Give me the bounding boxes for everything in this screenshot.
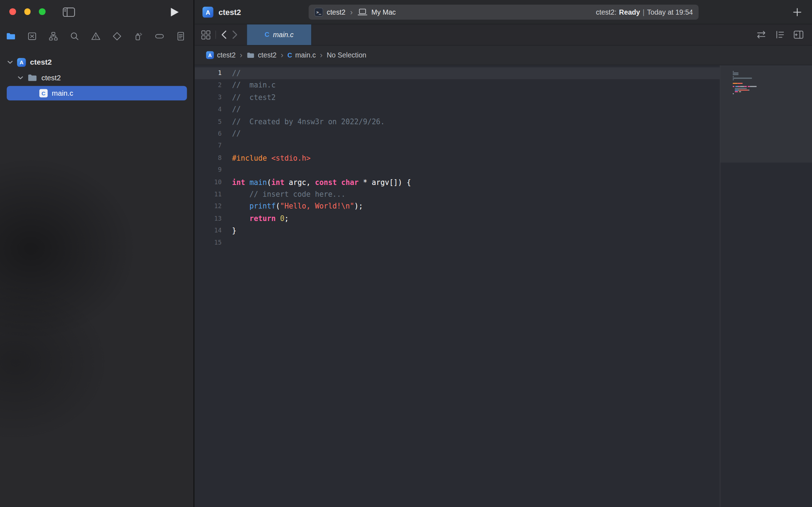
chevron-separator: ›: [281, 51, 283, 60]
scheme-icon: >_: [314, 8, 323, 17]
jumpbar-label: ctest2: [258, 51, 276, 59]
line-number: 5: [195, 116, 221, 128]
editor-toolbar: A ctest2 >_ ctest2 › My Mac ctest2: Read…: [195, 0, 812, 24]
adjust-editor-icon[interactable]: [775, 30, 785, 39]
line-number: 10: [195, 176, 221, 189]
xcode-project-icon: A: [17, 58, 26, 67]
line-text: [232, 237, 236, 249]
line-number: 6: [195, 128, 221, 140]
tree-label-project: ctest2: [30, 58, 52, 66]
source-editor[interactable]: 1//2// main.c3// ctest24//5// Created by…: [195, 65, 812, 507]
code-line[interactable]: 9: [195, 164, 720, 176]
jumpbar-item-file[interactable]: C main.c: [287, 51, 316, 59]
chevron-separator: ›: [320, 51, 322, 60]
breakpoint-navigator-icon[interactable]: [154, 31, 165, 41]
code-line[interactable]: 14}: [195, 225, 720, 237]
jumpbar-label: ctest2: [217, 51, 236, 59]
chevron-down-icon[interactable]: [17, 76, 23, 79]
xcode-window: A ctest2 ctest2 C main.c A ctes: [0, 0, 812, 507]
editor-grid-icon[interactable]: [201, 30, 211, 40]
line-number: 13: [195, 213, 221, 225]
code-line[interactable]: 6//: [195, 128, 720, 140]
line-number: 2: [195, 79, 221, 91]
line-number: 9: [195, 164, 221, 176]
code-review-icon[interactable]: [756, 31, 767, 39]
forward-icon[interactable]: [232, 30, 238, 39]
chevron-down-icon[interactable]: [7, 60, 13, 64]
line-number: 4: [195, 104, 221, 116]
scheme-glyph: >_: [316, 10, 321, 15]
scheme-name[interactable]: ctest2: [327, 8, 345, 16]
report-navigator-icon[interactable]: [176, 31, 186, 41]
code-line[interactable]: 4//: [195, 104, 720, 116]
jumpbar-item-selection[interactable]: No Selection: [327, 51, 366, 59]
code-line[interactable]: 8#include <stdio.h>: [195, 152, 720, 164]
toggle-sidebar-icon[interactable]: [62, 7, 75, 17]
code-line[interactable]: 12 printf("Hello, World!\n");: [195, 201, 720, 213]
line-text: #include <stdio.h>: [232, 152, 311, 164]
code-line[interactable]: 1//: [195, 67, 720, 80]
scheme-destination: >_ ctest2 › My Mac: [314, 8, 396, 17]
minimap[interactable]: [720, 65, 812, 507]
destination-name[interactable]: My Mac: [371, 8, 396, 16]
tree-label-main-c: main.c: [52, 89, 73, 97]
line-text: return 0;: [232, 213, 289, 225]
project-title: ctest2: [219, 8, 241, 17]
find-navigator-icon[interactable]: [69, 31, 80, 41]
minimap-line: [733, 94, 756, 96]
code-line[interactable]: 2// main.c: [195, 79, 720, 91]
symbol-navigator-icon[interactable]: [48, 31, 59, 41]
editor-tab-bar: C main.c: [195, 24, 812, 45]
line-number: 15: [195, 237, 221, 249]
close-button[interactable]: [9, 8, 16, 15]
line-number: 7: [195, 140, 221, 152]
window-title: A ctest2: [202, 7, 241, 17]
debug-navigator-icon[interactable]: [133, 31, 144, 41]
project-navigator-icon[interactable]: [6, 31, 16, 41]
activity-view[interactable]: >_ ctest2 › My Mac ctest2: Ready | Today…: [309, 5, 698, 20]
line-text: [232, 164, 236, 176]
test-navigator-icon[interactable]: [112, 31, 122, 41]
jumpbar-label: main.c: [295, 51, 316, 59]
code-line[interactable]: 5// Created by 4nsw3r on 2022/9/26.: [195, 116, 720, 128]
tab-label: main.c: [273, 31, 294, 39]
jump-bar: A ctest2 › ctest2 › C main.c › No Select…: [195, 46, 812, 65]
back-icon[interactable]: [221, 30, 227, 39]
editor-options: [756, 30, 812, 39]
tree-row-main-c[interactable]: C main.c: [7, 86, 187, 101]
add-editor-icon[interactable]: [793, 30, 804, 39]
code-line[interactable]: 7: [195, 140, 720, 152]
source-control-navigator-icon[interactable]: [27, 31, 37, 41]
jumpbar-item-project[interactable]: A ctest2: [206, 51, 236, 59]
line-text: //: [232, 67, 241, 80]
sidebar-toolbar: [0, 0, 194, 24]
chevron-separator: ›: [240, 51, 242, 60]
minimap-content: [733, 70, 756, 96]
issue-navigator-icon[interactable]: [91, 31, 101, 41]
add-tab-icon[interactable]: [793, 8, 802, 17]
code-line[interactable]: 11 // insert code here...: [195, 189, 720, 201]
code-lines[interactable]: 1//2// main.c3// ctest24//5// Created by…: [195, 65, 720, 507]
line-text: // Created by 4nsw3r on 2022/9/26.: [232, 116, 385, 128]
folder-icon: [246, 52, 255, 59]
run-button[interactable]: [170, 7, 179, 17]
file-tree: A ctest2 ctest2 C main.c: [0, 48, 194, 100]
code-line[interactable]: 3// ctest2: [195, 91, 720, 104]
tree-row-project[interactable]: A ctest2: [0, 54, 194, 70]
line-number: 3: [195, 91, 221, 104]
code-line[interactable]: 13 return 0;: [195, 213, 720, 225]
zoom-button[interactable]: [39, 8, 45, 15]
code-line[interactable]: 15: [195, 237, 720, 249]
line-text: int main(int argc, const char * argv[]) …: [232, 176, 411, 189]
line-number: 11: [195, 189, 221, 201]
laptop-icon: [357, 8, 368, 16]
jumpbar-item-group[interactable]: ctest2: [246, 51, 276, 59]
code-line[interactable]: 10int main(int argc, const char * argv[]…: [195, 176, 720, 189]
window-controls: [9, 8, 45, 15]
xcode-app-icon: A: [202, 7, 213, 17]
editor-pane: A ctest2 >_ ctest2 › My Mac ctest2: Read…: [195, 0, 812, 507]
xcode-project-icon: A: [206, 51, 214, 59]
minimize-button[interactable]: [24, 8, 30, 15]
tree-row-group[interactable]: ctest2: [0, 70, 194, 86]
tab-main-c[interactable]: C main.c: [246, 24, 312, 45]
